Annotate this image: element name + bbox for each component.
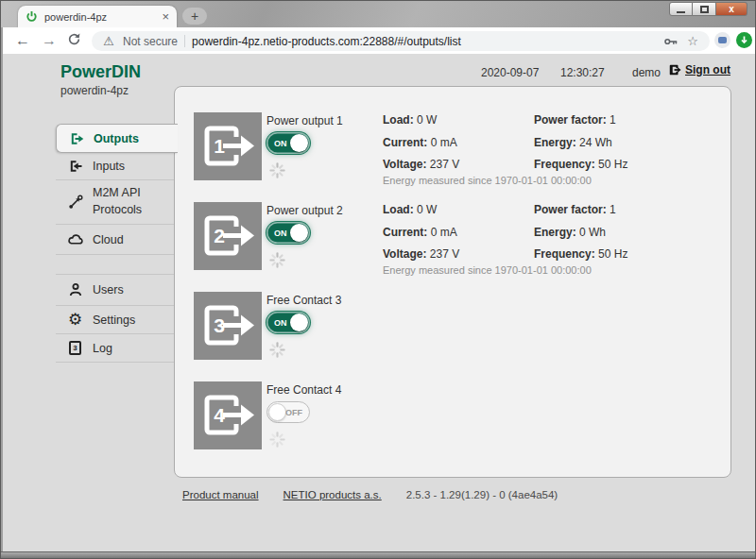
sidebar: Outputs Inputs bbox=[56, 124, 176, 363]
output-row-4: 4 Free Contact 4 OFF bbox=[175, 381, 730, 471]
minimize-button[interactable] bbox=[669, 2, 693, 16]
bookmark-star-icon[interactable]: ☆ bbox=[685, 34, 700, 49]
sidebar-item-settings[interactable]: ⚙ Settings bbox=[56, 306, 176, 334]
stat-value: 0 W bbox=[417, 113, 437, 127]
sidebar-label: Settings bbox=[93, 313, 135, 327]
sidebar-label: Cloud bbox=[93, 233, 124, 246]
stats-left-column: Load: 0 W Current: 0 mA Voltage: 237 V bbox=[383, 113, 459, 180]
output-name: Power output 1 bbox=[266, 114, 343, 127]
output-4-toggle[interactable]: OFF bbox=[266, 401, 310, 423]
svg-text:2: 2 bbox=[214, 225, 225, 246]
browser-window: powerdin-4pz × + x ← → ⚠ Not secure powe… bbox=[0, 0, 756, 559]
output-2-toggle[interactable]: ON bbox=[266, 222, 310, 244]
stat-value: 0 mA bbox=[431, 136, 457, 149]
cloud-icon bbox=[67, 231, 83, 247]
stat-label: Load: bbox=[383, 113, 414, 127]
browser-update-icon[interactable] bbox=[736, 32, 752, 48]
output-name: Free Contact 4 bbox=[266, 383, 341, 397]
sidebar-item-cloud[interactable]: Cloud bbox=[56, 225, 176, 255]
stat-label: Power factor: bbox=[534, 203, 607, 216]
svg-text:4: 4 bbox=[214, 404, 225, 426]
new-tab-button[interactable]: + bbox=[182, 8, 207, 25]
toggle-state-label: ON bbox=[274, 318, 287, 328]
output-1-icon: 1 bbox=[194, 112, 262, 180]
reload-icon bbox=[67, 32, 81, 46]
sidebar-item-outputs[interactable]: Outputs bbox=[56, 124, 178, 153]
power-favicon-icon bbox=[26, 10, 38, 23]
current-time: 12:30:27 bbox=[560, 66, 605, 79]
device-name: powerdin-4pz bbox=[60, 84, 129, 97]
svg-text:3: 3 bbox=[214, 314, 225, 336]
outputs-icon bbox=[68, 130, 84, 146]
forward-button[interactable]: → bbox=[41, 32, 58, 49]
users-icon bbox=[67, 282, 83, 298]
sidebar-item-m2m-api[interactable]: M2M API Protocols bbox=[56, 180, 176, 225]
current-date: 2020-09-07 bbox=[481, 66, 539, 79]
sidebar-label: Log bbox=[93, 342, 112, 355]
browser-toolbar: ← → ⚠ Not secure powerdin-4pz.netio-prod… bbox=[3, 27, 755, 54]
stats-left-column: Load: 0 W Current: 0 mA Voltage: 237 V bbox=[383, 203, 459, 270]
stat-label: Voltage: bbox=[383, 158, 426, 171]
stat-label: Load: bbox=[383, 203, 414, 216]
stat-value: 237 V bbox=[430, 158, 459, 171]
log-icon-number: 3 bbox=[73, 344, 77, 352]
sidebar-label-line1: M2M API bbox=[93, 186, 142, 201]
sidebar-item-inputs[interactable]: Inputs bbox=[56, 153, 176, 180]
maximize-icon bbox=[700, 6, 709, 13]
stat-value: 1 bbox=[610, 203, 616, 216]
window-controls: x bbox=[669, 2, 747, 16]
maximize-button[interactable] bbox=[693, 2, 716, 16]
product-manual-link[interactable]: Product manual bbox=[182, 489, 259, 500]
stat-value: 50 Hz bbox=[598, 247, 627, 261]
stat-label: Current: bbox=[383, 136, 427, 149]
tab-title: powerdin-4pz bbox=[44, 11, 155, 23]
firmware-version: 2.5.3 - 1.29(1.29) - 0 (4ae4a54) bbox=[406, 489, 558, 500]
back-button[interactable]: ← bbox=[14, 32, 31, 49]
output-1-toggle[interactable]: ON bbox=[266, 132, 310, 154]
m2m-api-icon bbox=[67, 195, 83, 211]
toggle-state-label: ON bbox=[274, 229, 287, 238]
stat-label: Current: bbox=[383, 226, 427, 239]
key-icon[interactable] bbox=[663, 34, 679, 49]
toggle-knob bbox=[268, 403, 286, 421]
sign-out-button[interactable]: Sign out bbox=[668, 63, 730, 76]
sign-out-label: Sign out bbox=[685, 63, 730, 76]
close-window-button[interactable]: x bbox=[716, 2, 747, 16]
sidebar-label: Users bbox=[93, 283, 124, 296]
svg-text:1: 1 bbox=[214, 135, 225, 157]
sidebar-label-line2: Protocols bbox=[93, 203, 142, 218]
output-3-toggle[interactable]: ON bbox=[266, 312, 310, 333]
netio-products-link[interactable]: NETIO products a.s. bbox=[284, 489, 382, 500]
extension-icon[interactable] bbox=[714, 32, 730, 48]
output-row-1: 1 Power output 1 ON bbox=[175, 112, 730, 202]
sidebar-spacer bbox=[56, 255, 176, 275]
settings-gear-icon: ⚙ bbox=[67, 312, 83, 328]
inputs-icon bbox=[67, 159, 83, 175]
output-3-icon: 3 bbox=[194, 292, 262, 360]
output-name: Free Contact 3 bbox=[266, 294, 341, 307]
sidebar-item-log[interactable]: 3 Log bbox=[56, 334, 176, 363]
not-secure-warning-icon: ⚠ bbox=[101, 34, 116, 49]
stat-label: Power factor: bbox=[534, 113, 607, 127]
stats-right-column: Power factor: 1 Energy: 24 Wh Frequency:… bbox=[534, 113, 627, 180]
address-bar[interactable]: ⚠ Not secure powerdin-4pz.netio-products… bbox=[92, 31, 710, 51]
stat-label: Frequency: bbox=[534, 247, 595, 261]
stat-value: 237 V bbox=[430, 247, 459, 261]
url-text[interactable]: powerdin-4pz.netio-products.com:22888/#/… bbox=[192, 35, 657, 48]
stat-value: 0 Wh bbox=[579, 226, 606, 239]
security-label[interactable]: Not secure bbox=[123, 35, 178, 48]
stat-value: 1 bbox=[610, 113, 616, 127]
sidebar-label: Outputs bbox=[94, 132, 139, 145]
browser-tab[interactable]: powerdin-4pz × bbox=[18, 6, 177, 27]
tab-close-icon[interactable]: × bbox=[162, 10, 169, 23]
energy-measured-note: Energy measured since 1970-01-01 00:00:0… bbox=[383, 264, 592, 276]
energy-measured-note: Energy measured since 1970-01-01 00:00:0… bbox=[383, 175, 592, 186]
minimize-icon bbox=[677, 11, 685, 13]
stat-label: Frequency: bbox=[534, 158, 595, 171]
tab-strip: powerdin-4pz × + x bbox=[1, 1, 755, 27]
sidebar-item-users[interactable]: Users bbox=[56, 275, 176, 306]
spinner-icon bbox=[268, 161, 286, 179]
stat-value: 24 Wh bbox=[579, 136, 612, 149]
reload-button[interactable] bbox=[65, 32, 82, 49]
logged-in-user: demo bbox=[632, 66, 661, 79]
